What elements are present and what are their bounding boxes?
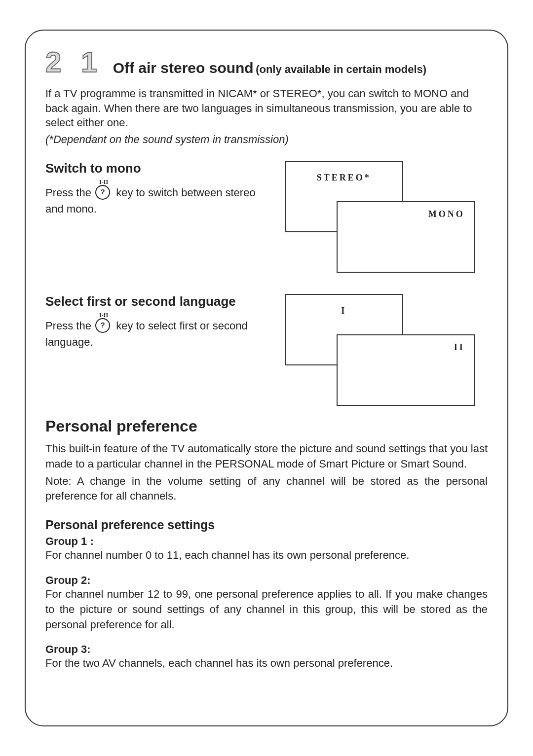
group-3: Group 3: For the two AV channels, each c… — [45, 643, 488, 671]
group2-text: For channel number 12 to 99, one persona… — [45, 587, 488, 632]
group2-label: Group 2: — [45, 574, 488, 587]
lang-pre: Press the — [45, 320, 94, 332]
subsection-mono: Switch to mono Press the I-II? key to sw… — [45, 161, 488, 274]
key-sup-label: I-II — [99, 179, 108, 185]
mono-heading: Switch to mono — [45, 161, 270, 176]
mono-pre: Press the — [45, 186, 94, 199]
box-lang-ii: II — [337, 334, 475, 406]
mono-text-col: Switch to mono Press the I-II? key to sw… — [45, 161, 270, 274]
section1-title-row: 2 1 Off air stereo sound (only available… — [45, 48, 488, 76]
section2-note: Note: A change in the volume setting of … — [45, 474, 488, 504]
settings-heading: Personal preference settings — [45, 518, 488, 532]
group3-label: Group 3: — [45, 643, 488, 656]
key-glyph-2: ? — [95, 318, 110, 333]
section1-intro-note: (*Dependant on the sound system in trans… — [45, 133, 488, 146]
mono-instruction: Press the I-II? key to switch between st… — [45, 185, 270, 217]
lang-heading: Select first or second language — [45, 294, 270, 309]
box-mono-label: MONO — [428, 209, 465, 219]
box-stereo-label: STEREO* — [317, 173, 371, 183]
boxpair-lang: I II — [285, 294, 488, 407]
section2-body: This built-in feature of the TV automati… — [45, 441, 488, 472]
box-lang-i-label: I — [341, 306, 346, 316]
boxpair-mono: STEREO* MONO — [285, 161, 488, 274]
page-number: 2 1 — [45, 48, 103, 76]
stereo-mono-key-icon: I-II? — [95, 185, 112, 202]
lang-diagram: I II — [285, 294, 488, 407]
key-glyph: ? — [95, 185, 110, 200]
group-1: Group 1 : For channel number 0 to 11, ea… — [45, 535, 488, 563]
page-frame: 2 1 Off air stereo sound (only available… — [25, 30, 508, 726]
section1-title-note: (only available in certain models) — [256, 63, 426, 75]
subsection-language: Select first or second language Press th… — [45, 294, 488, 407]
section1-title-wrap: Off air stereo sound (only available in … — [113, 60, 427, 76]
group1-label: Group 1 : — [45, 535, 488, 548]
box-mono: MONO — [337, 201, 475, 273]
group-2: Group 2: For channel number 12 to 99, on… — [45, 574, 488, 632]
lang-text-col: Select first or second language Press th… — [45, 294, 270, 407]
section2-title: Personal preference — [45, 417, 488, 435]
lang-instruction: Press the I-II? key to select first or s… — [45, 318, 270, 350]
mono-diagram: STEREO* MONO — [285, 161, 488, 274]
group1-text: For channel number 0 to 11, each channel… — [45, 548, 488, 563]
group3-text: For the two AV channels, each channel ha… — [45, 656, 488, 671]
language-key-icon: I-II? — [95, 318, 112, 335]
key-sup-label-2: I-II — [99, 312, 108, 318]
box-lang-ii-label: II — [454, 342, 465, 353]
section1-intro: If a TV programme is transmitted in NICA… — [45, 86, 488, 130]
section1-title: Off air stereo sound — [113, 60, 254, 76]
